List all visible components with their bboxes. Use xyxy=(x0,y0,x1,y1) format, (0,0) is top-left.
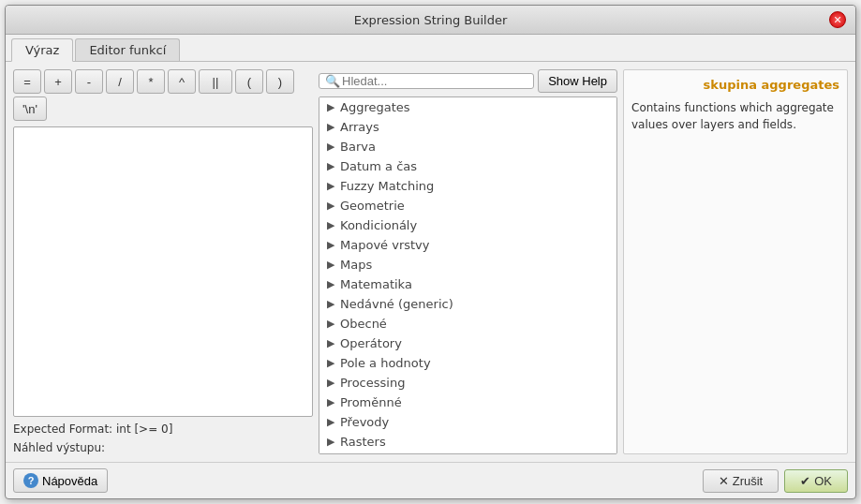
list-item[interactable]: ▶Processing xyxy=(319,373,616,393)
list-item[interactable]: ▶Mapové vrstvy xyxy=(319,235,616,255)
close-paren-button[interactable]: ) xyxy=(266,69,294,94)
group-label: Obecné xyxy=(340,317,387,331)
group-label: Rasters xyxy=(340,435,386,449)
group-label: Maps xyxy=(340,258,372,272)
group-label: Kondicionály xyxy=(340,218,417,232)
group-label: Arrays xyxy=(340,120,379,134)
group-label: Geometrie xyxy=(340,199,405,213)
power-button[interactable]: ^ xyxy=(168,69,196,94)
plus-button[interactable]: + xyxy=(44,69,72,94)
concat-button[interactable]: || xyxy=(199,69,232,94)
operator-toolbar: = + - / * ^ || ( ) '\n' xyxy=(13,69,313,121)
group-label: Datum a čas xyxy=(340,159,417,173)
search-wrapper: 🔍 xyxy=(319,73,534,89)
list-item[interactable]: ▶Maps xyxy=(319,255,616,274)
group-label: Pole a hodnoty xyxy=(340,356,431,370)
expand-arrow-icon: ▶ xyxy=(327,101,334,113)
tab-bar: Výraz Editor funkcí xyxy=(6,35,855,62)
eq-button[interactable]: = xyxy=(13,69,41,94)
function-list: ▶Aggregates▶Arrays▶Barva▶Datum a čas▶Fuz… xyxy=(319,96,617,454)
dialog-title: Expression String Builder xyxy=(32,13,829,27)
expression-editor[interactable] xyxy=(13,126,313,417)
list-item[interactable]: ▶Proměnné xyxy=(319,393,616,412)
divide-button[interactable]: / xyxy=(106,69,134,94)
list-item[interactable]: ▶Obecné xyxy=(319,314,616,334)
expand-arrow-icon: ▶ xyxy=(327,396,334,408)
group-label: Fuzzy Matching xyxy=(340,179,434,193)
expand-arrow-icon: ▶ xyxy=(327,298,334,310)
cancel-label: Zrušit xyxy=(733,474,764,488)
list-item[interactable]: ▶Arrays xyxy=(319,117,616,137)
list-item[interactable]: ▶Fuzzy Matching xyxy=(319,176,616,196)
help-link-button[interactable]: ? Nápověda xyxy=(13,468,108,493)
format-info: Expected Format: int [>= 0] xyxy=(13,422,313,436)
group-label: Nedávné (generic) xyxy=(340,297,453,311)
expand-arrow-icon: ▶ xyxy=(327,239,334,251)
ok-icon: ✔ xyxy=(800,474,810,488)
expand-arrow-icon: ▶ xyxy=(327,180,334,192)
list-item[interactable]: ▶Geometrie xyxy=(319,196,616,215)
list-item[interactable]: ▶Matematika xyxy=(319,274,616,294)
cancel-icon: ✕ xyxy=(719,474,729,488)
group-label: Processing xyxy=(340,376,405,390)
list-item[interactable]: ▶Record and Attributes xyxy=(319,452,616,454)
list-item[interactable]: ▶Pole a hodnoty xyxy=(319,353,616,373)
group-label: Barva xyxy=(340,140,376,154)
expand-arrow-icon: ▶ xyxy=(327,337,334,349)
expand-arrow-icon: ▶ xyxy=(327,416,334,428)
open-paren-button[interactable]: ( xyxy=(235,69,263,94)
group-label: Matematika xyxy=(340,277,412,291)
expand-arrow-icon: ▶ xyxy=(327,278,334,290)
list-item[interactable]: ▶Barva xyxy=(319,137,616,156)
search-row: 🔍 Show Help xyxy=(319,69,617,93)
list-item[interactable]: ▶Rasters xyxy=(319,432,616,452)
tab-vyraz[interactable]: Výraz xyxy=(11,38,73,62)
group-label: Aggregates xyxy=(340,100,410,114)
expand-arrow-icon: ▶ xyxy=(327,357,334,369)
title-bar: Expression String Builder ✕ xyxy=(6,6,855,35)
list-item[interactable]: ▶Nedávné (generic) xyxy=(319,294,616,314)
help-title: skupina aggregates xyxy=(631,78,839,92)
list-item[interactable]: ▶Operátory xyxy=(319,334,616,353)
expand-arrow-icon: ▶ xyxy=(327,219,334,231)
search-input[interactable] xyxy=(342,74,527,88)
middle-panel: 🔍 Show Help ▶Aggregates▶Arrays▶Barva▶Dat… xyxy=(319,69,617,454)
list-item[interactable]: ▶Aggregates xyxy=(319,97,616,117)
expand-arrow-icon: ▶ xyxy=(327,259,334,271)
right-panel: skupina aggregates Contains functions wh… xyxy=(623,69,848,454)
list-item[interactable]: ▶Kondicionály xyxy=(319,215,616,235)
expand-arrow-icon: ▶ xyxy=(327,318,334,330)
cancel-button[interactable]: ✕ Zrušit xyxy=(703,469,779,493)
help-icon: ? xyxy=(23,473,38,488)
left-panel: = + - / * ^ || ( ) '\n' Expected Format:… xyxy=(13,69,313,454)
ok-label: OK xyxy=(814,474,832,488)
expand-arrow-icon: ▶ xyxy=(327,160,334,172)
search-icon: 🔍 xyxy=(325,74,340,88)
expand-arrow-icon: ▶ xyxy=(327,121,334,133)
main-dialog: Expression String Builder ✕ Výraz Editor… xyxy=(5,5,856,499)
group-label: Proměnné xyxy=(340,395,402,409)
show-help-button[interactable]: Show Help xyxy=(538,69,617,93)
close-button[interactable]: ✕ xyxy=(829,11,846,28)
bottom-bar: ? Nápověda ✕ Zrušit ✔ OK xyxy=(6,462,855,498)
preview-label: Náhled výstupu: xyxy=(13,441,313,454)
ok-button[interactable]: ✔ OK xyxy=(784,469,848,493)
help-description: Contains functions which aggregate value… xyxy=(631,99,839,133)
newline-button[interactable]: '\n' xyxy=(13,96,47,121)
expand-arrow-icon: ▶ xyxy=(327,200,334,212)
expand-arrow-icon: ▶ xyxy=(327,141,334,153)
list-item[interactable]: ▶Datum a čas xyxy=(319,156,616,176)
group-label: Mapové vrstvy xyxy=(340,238,430,252)
minus-button[interactable]: - xyxy=(75,69,103,94)
action-buttons: ✕ Zrušit ✔ OK xyxy=(703,469,848,493)
group-label: Operátory xyxy=(340,336,402,350)
tab-editor-funkci[interactable]: Editor funkcí xyxy=(75,38,180,61)
list-item[interactable]: ▶Převody xyxy=(319,412,616,432)
group-label: Převody xyxy=(340,415,389,429)
multiply-button[interactable]: * xyxy=(137,69,165,94)
help-link-label: Nápověda xyxy=(42,474,97,488)
expand-arrow-icon: ▶ xyxy=(327,436,334,448)
content-area: = + - / * ^ || ( ) '\n' Expected Format:… xyxy=(6,62,855,462)
expand-arrow-icon: ▶ xyxy=(327,377,334,389)
